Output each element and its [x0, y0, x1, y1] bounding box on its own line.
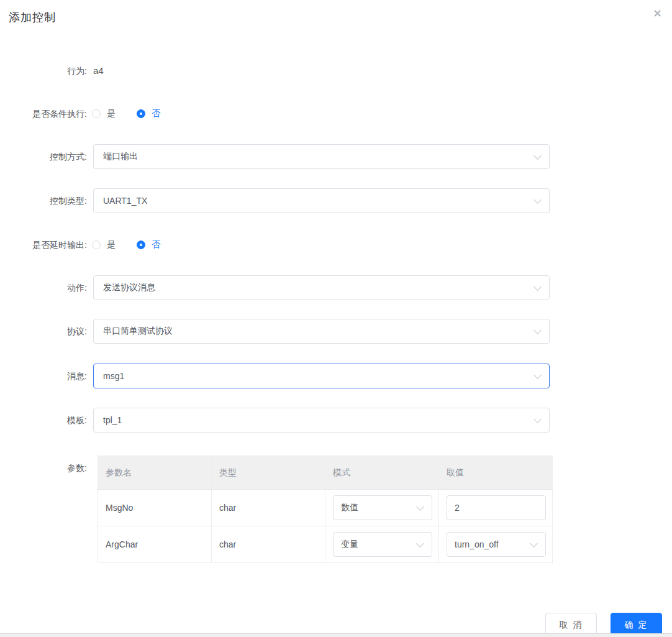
radio-checked-icon: [137, 241, 145, 249]
value-select[interactable]: turn_on_off: [447, 532, 546, 557]
horizontal-scrollbar-track[interactable]: [0, 633, 672, 637]
conditional-radio-yes[interactable]: 是: [92, 108, 116, 119]
select-value: tpl_1: [103, 415, 122, 425]
control-type-label: 控制类型:: [0, 188, 87, 213]
form-row-template: 模板: tpl_1: [0, 408, 672, 433]
control-method-select[interactable]: 端口输出: [93, 144, 550, 169]
param-name-cell: ArgChar: [98, 526, 212, 563]
table-row: MsgNo char 数值: [98, 490, 553, 526]
param-type-cell: char: [212, 490, 325, 526]
mode-select[interactable]: 数值: [333, 495, 432, 520]
radio-label: 是: [107, 239, 116, 250]
behavior-value: a4: [93, 58, 104, 83]
params-label: 参数:: [0, 456, 87, 480]
delayed-output-radio-group: 是 否: [92, 232, 160, 257]
chevron-down-icon: [416, 539, 424, 548]
chevron-down-icon: [534, 283, 542, 291]
chevron-down-icon: [534, 152, 542, 160]
conditional-radio-no[interactable]: 否: [137, 108, 160, 119]
table-row: ArgChar char 变量 turn_on_off: [98, 526, 553, 563]
select-value: turn_on_off: [455, 539, 499, 549]
chevron-down-icon: [416, 503, 424, 511]
params-table-header-row: 参数名 类型 模式 取值: [98, 456, 553, 490]
form-row-protocol: 协议: 串口简单测试协议: [0, 319, 672, 344]
select-value: 数值: [341, 502, 358, 513]
control-type-select[interactable]: UART1_TX: [93, 188, 550, 213]
radio-unchecked-icon: [92, 241, 101, 249]
form-row-action: 动作: 发送协议消息: [0, 275, 672, 300]
radio-label: 否: [152, 108, 160, 119]
column-header-value: 取值: [439, 456, 553, 490]
message-select[interactable]: msg1: [93, 364, 550, 388]
template-label: 模板:: [0, 408, 87, 433]
conditional-label: 是否条件执行:: [0, 101, 87, 126]
params-table: 参数名 类型 模式 取值 MsgNo char 数值: [98, 456, 553, 563]
column-header-type: 类型: [212, 456, 325, 490]
param-mode-cell: 数值: [325, 490, 439, 526]
chevron-down-icon: [534, 415, 542, 423]
param-mode-cell: 变量: [325, 526, 439, 563]
column-header-name: 参数名: [98, 456, 212, 490]
chevron-down-icon: [534, 196, 542, 204]
action-select[interactable]: 发送协议消息: [93, 275, 550, 300]
chevron-down-icon: [534, 326, 542, 334]
select-value: 发送协议消息: [103, 282, 155, 293]
form-row-control-type: 控制类型: UART1_TX: [0, 188, 672, 213]
dialog-title: 添加控制: [9, 10, 56, 25]
param-value-cell: [439, 490, 553, 526]
radio-label: 否: [152, 239, 160, 250]
select-value: 端口输出: [103, 151, 138, 162]
select-value: 变量: [341, 539, 358, 550]
conditional-radio-group: 是 否: [92, 101, 160, 126]
value-input[interactable]: [447, 495, 546, 520]
message-label: 消息:: [0, 364, 87, 388]
form-row-conditional: 是否条件执行: 是 否: [0, 101, 672, 126]
radio-label: 是: [107, 108, 116, 119]
form-row-message: 消息: msg1: [0, 364, 672, 388]
select-value: msg1: [103, 371, 124, 381]
form-row-behavior: 行为: a4: [0, 58, 672, 83]
radio-unchecked-icon: [92, 109, 101, 118]
delayed-radio-no[interactable]: 否: [137, 239, 160, 250]
delayed-output-label: 是否延时输出:: [0, 232, 87, 257]
mode-select[interactable]: 变量: [333, 532, 432, 557]
control-method-label: 控制方式:: [0, 144, 87, 169]
protocol-label: 协议:: [0, 319, 87, 344]
param-value-cell: turn_on_off: [439, 526, 553, 563]
column-header-mode: 模式: [325, 456, 439, 490]
protocol-select[interactable]: 串口简单测试协议: [93, 319, 550, 344]
chevron-down-icon: [530, 539, 538, 548]
chevron-down-icon: [534, 371, 542, 379]
template-select[interactable]: tpl_1: [93, 408, 550, 433]
close-icon[interactable]: ✕: [653, 8, 662, 19]
form-row-delayed-output: 是否延时输出: 是 否: [0, 232, 672, 257]
param-type-cell: char: [212, 526, 325, 563]
form-row-control-method: 控制方式: 端口输出: [0, 144, 672, 169]
select-value: UART1_TX: [103, 196, 147, 206]
behavior-label: 行为:: [0, 58, 87, 83]
radio-checked-icon: [137, 109, 145, 118]
action-label: 动作:: [0, 275, 87, 300]
param-name-cell: MsgNo: [98, 490, 212, 526]
select-value: 串口简单测试协议: [103, 326, 173, 337]
delayed-radio-yes[interactable]: 是: [92, 239, 116, 250]
